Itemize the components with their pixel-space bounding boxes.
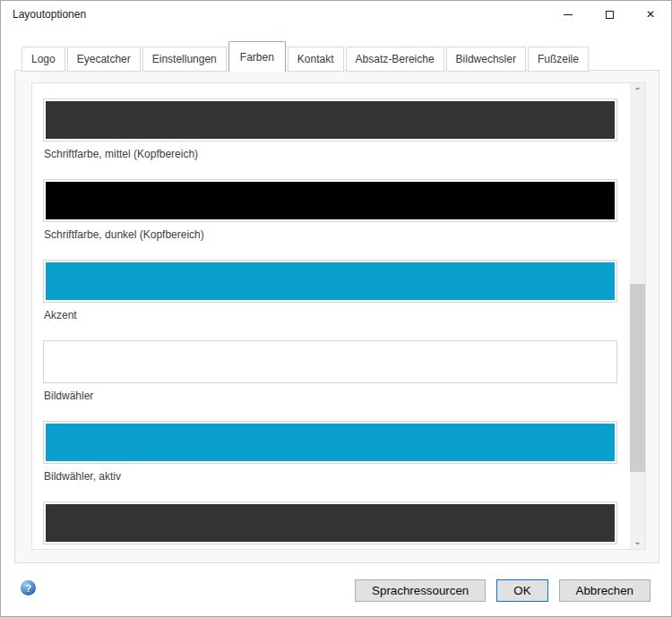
- layout-options-dialog: Layoutoptionen ✕ LogoEyecatcherEinstellu…: [0, 0, 672, 617]
- maximize-icon: [606, 11, 614, 19]
- tab-kontakt[interactable]: Kontakt: [288, 47, 344, 72]
- abbrechen-button[interactable]: Abbrechen: [559, 579, 650, 602]
- sprachressourcen-button[interactable]: Sprachressourcen: [355, 579, 486, 602]
- tab-bar: LogoEyecatcherEinstellungenFarbenKontakt…: [22, 41, 590, 72]
- close-button[interactable]: ✕: [630, 1, 671, 28]
- color-row: Bildwähler, aktiv: [43, 421, 617, 484]
- tab-absatz-bereiche[interactable]: Absatz-Bereiche: [346, 47, 444, 72]
- color-row: Schriftfarbe, dunkel (Kopfbereich): [43, 179, 617, 242]
- color-row: Akzent: [43, 260, 617, 322]
- color-swatch[interactable]: [43, 260, 617, 303]
- color-swatch-label: Bildwähler: [44, 390, 617, 403]
- color-swatch-fill: [46, 101, 615, 139]
- titlebar: Layoutoptionen ✕: [1, 1, 671, 28]
- color-swatch-fill: [46, 343, 615, 381]
- color-swatch[interactable]: [43, 99, 617, 141]
- color-swatch-fill: [46, 504, 615, 542]
- color-row: Schriftfarbe, mittel (Kopfbereich): [43, 99, 617, 161]
- tab-eyecatcher[interactable]: Eyecatcher: [67, 47, 141, 72]
- color-swatch-fill: [46, 262, 615, 300]
- maximize-button[interactable]: [589, 1, 630, 28]
- minimize-icon: [564, 14, 573, 15]
- close-icon: ✕: [646, 9, 655, 20]
- scroll-down-icon[interactable]: ⌄: [630, 534, 645, 549]
- help-icon[interactable]: ?: [21, 580, 36, 596]
- color-row: Bildwähler: [43, 340, 617, 403]
- footer-buttons: SprachressourcenOKAbbrechen: [355, 579, 650, 602]
- color-swatch-label: Bildwähler, aktiv: [44, 470, 617, 484]
- minimize-button[interactable]: [547, 1, 589, 28]
- color-row: [43, 501, 617, 549]
- color-swatch[interactable]: [43, 340, 617, 383]
- scroll-up-icon[interactable]: ⌃: [630, 83, 645, 99]
- color-list: Schriftfarbe, mittel (Kopfbereich)Schrif…: [31, 82, 646, 550]
- tab-fu-zeile[interactable]: Fußzeile: [528, 47, 589, 72]
- color-list-content: Schriftfarbe, mittel (Kopfbereich)Schrif…: [32, 83, 629, 549]
- scrollbar-thumb[interactable]: [630, 284, 645, 472]
- color-swatch-fill: [46, 424, 615, 461]
- color-swatch-fill: [46, 182, 615, 219]
- farben-tab-panel: Schriftfarbe, mittel (Kopfbereich)Schrif…: [14, 70, 659, 563]
- color-swatch[interactable]: [43, 421, 617, 464]
- color-swatch[interactable]: [43, 501, 617, 544]
- tab-bildwechsler[interactable]: Bildwechsler: [446, 47, 526, 72]
- color-swatch-label: Schriftfarbe, mittel (Kopfbereich): [44, 148, 617, 161]
- color-swatch[interactable]: [43, 179, 617, 222]
- ok-button[interactable]: OK: [496, 579, 547, 602]
- window-controls: ✕: [547, 1, 671, 28]
- color-swatch-label: Schriftfarbe, dunkel (Kopfbereich): [44, 228, 617, 242]
- vertical-scrollbar[interactable]: ⌃ ⌄: [630, 83, 645, 549]
- window-title: Layoutoptionen: [13, 8, 86, 21]
- tab-logo[interactable]: Logo: [22, 47, 65, 72]
- dialog-footer: ? SprachressourcenOKAbbrechen: [1, 563, 671, 617]
- color-swatch-label: Akzent: [44, 309, 617, 322]
- tab-farben[interactable]: Farben: [228, 41, 286, 72]
- tab-einstellungen[interactable]: Einstellungen: [142, 47, 227, 72]
